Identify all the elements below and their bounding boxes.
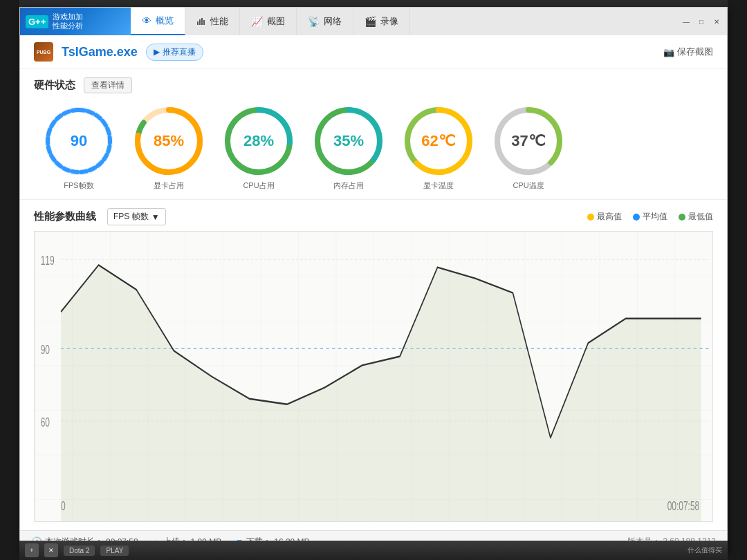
- cpu-value: 28%: [243, 133, 274, 149]
- game-title: TslGame.exe: [62, 45, 138, 59]
- game-icon: PUBG: [34, 42, 53, 62]
- taskbar-time: 什么值得买: [688, 545, 722, 555]
- taskbar-right: 什么值得买: [688, 545, 722, 555]
- gpu-temp-value-container: 62℃: [421, 133, 455, 149]
- svg-text:0: 0: [61, 498, 66, 512]
- live-icon: ▶: [154, 47, 160, 57]
- svg-text:119: 119: [41, 254, 55, 268]
- network-icon: 📡: [308, 16, 320, 27]
- performance-icon: [196, 16, 206, 28]
- mem-circle: 35%: [311, 103, 387, 179]
- svg-text:60: 60: [41, 416, 50, 429]
- logo-gpp-badge: G++: [26, 15, 48, 28]
- hardware-section: 硬件状态 查看详情 90: [20, 69, 727, 200]
- legend-min-dot: [679, 214, 685, 221]
- taskbar-close-icon[interactable]: ✕: [44, 543, 58, 557]
- svg-rect-1: [199, 19, 201, 25]
- legend-avg-dot: [633, 214, 640, 221]
- cpu-gauge: 28% CPU占用: [221, 103, 297, 191]
- legend-min: 最低值: [679, 211, 713, 223]
- tab-record[interactable]: 🎬 录像: [353, 8, 410, 35]
- svg-rect-0: [197, 21, 199, 25]
- cpu-label: CPU占用: [243, 180, 274, 191]
- taskbar: + ✕ Dota 2 PLAY 什么值得买: [19, 541, 728, 560]
- camera-icon: 📷: [663, 47, 674, 57]
- app-window: G++ 游戏加加 性能分析 👁 概览 性能: [19, 7, 728, 553]
- screenshot-icon: 📈: [251, 16, 263, 27]
- legend-avg: 平均值: [633, 211, 667, 223]
- app-logo: G++ 游戏加加 性能分析: [20, 8, 131, 35]
- tab-performance[interactable]: 性能: [185, 8, 240, 35]
- live-stream-button[interactable]: ▶ 推荐直播: [146, 44, 203, 61]
- mem-gauge: 35% 内存占用: [311, 103, 387, 191]
- cpu-temp-gauge: 37℃ CPU温度: [490, 103, 566, 191]
- legend-max-dot: [587, 214, 594, 221]
- gpu-circle: 85%: [131, 103, 207, 179]
- gpu-temp-value: 62℃: [421, 133, 455, 149]
- legend-max: 最高值: [587, 211, 622, 223]
- gpu-label: 显卡占用: [154, 180, 184, 191]
- svg-rect-2: [201, 18, 203, 25]
- taskbar-dota2[interactable]: Dota 2: [64, 545, 95, 556]
- chart-section: 性能参数曲线 FPS 帧数 ▼ 最高值 平均值: [20, 200, 727, 530]
- taskbar-add-icon[interactable]: +: [25, 543, 39, 557]
- cpu-circle: 28%: [221, 103, 297, 179]
- nav-tabs: 👁 概览 性能 📈 截图 📡: [131, 8, 676, 35]
- gpu-temp-circle: 62℃: [400, 103, 477, 179]
- gauges-row: 90 FPS帧数 85%: [34, 103, 713, 191]
- gpu-gauge: 85% 显卡占用: [131, 103, 207, 191]
- logo-text: 游戏加加 性能分析: [53, 12, 83, 30]
- hardware-title: 硬件状态: [34, 79, 75, 92]
- gpu-temp-gauge: 62℃ 显卡温度: [400, 103, 477, 191]
- chart-legend: 最高值 平均值 最低值: [587, 211, 713, 223]
- gpu-temp-label: 显卡温度: [423, 180, 454, 191]
- chart-area: 119 90 60 0 00:07:58: [34, 231, 713, 522]
- tab-overview[interactable]: 👁 概览: [131, 8, 185, 35]
- svg-text:00:07:58: 00:07:58: [667, 498, 700, 512]
- save-screenshot-button[interactable]: 📷 保存截图: [663, 46, 713, 58]
- cpu-temp-value: 37℃: [511, 133, 545, 149]
- svg-text:90: 90: [41, 343, 50, 357]
- fps-value-container: 90: [71, 133, 87, 149]
- sub-header: PUBG TslGame.exe ▶ 推荐直播 📷 保存截图: [20, 35, 727, 69]
- maximize-button[interactable]: □: [697, 17, 706, 26]
- mem-label: 内存占用: [333, 180, 364, 191]
- detail-button[interactable]: 查看详情: [84, 77, 132, 93]
- taskbar-play[interactable]: PLAY: [100, 545, 129, 556]
- fps-selector[interactable]: FPS 帧数 ▼: [107, 208, 166, 225]
- mem-value-container: 35%: [333, 133, 364, 149]
- fps-gauge: 90 FPS帧数: [41, 103, 117, 191]
- fps-label: FPS帧数: [64, 180, 93, 191]
- chart-header: 性能参数曲线 FPS 帧数 ▼ 最高值 平均值: [34, 208, 713, 225]
- gpu-value-container: 85%: [154, 133, 184, 149]
- chart-title: 性能参数曲线: [34, 210, 96, 223]
- window-controls: — □ ✕: [676, 8, 727, 35]
- mem-value: 35%: [333, 133, 364, 149]
- tab-screenshot[interactable]: 📈 截图: [240, 8, 297, 35]
- cpu-temp-label: CPU温度: [513, 180, 544, 191]
- title-bar: G++ 游戏加加 性能分析 👁 概览 性能: [20, 8, 727, 35]
- cpu-temp-circle: 37℃: [490, 103, 566, 179]
- chevron-down-icon: ▼: [151, 212, 160, 222]
- cpu-temp-value-container: 37℃: [511, 133, 545, 149]
- svg-rect-3: [203, 20, 205, 25]
- fps-value: 90: [71, 133, 87, 149]
- content-area: PUBG TslGame.exe ▶ 推荐直播 📷 保存截图 硬件状态 查看详情: [20, 35, 727, 530]
- record-icon: 🎬: [365, 16, 376, 27]
- chart-svg: 119 90 60 0 00:07:58: [35, 232, 712, 521]
- gpu-value: 85%: [154, 133, 184, 149]
- close-button[interactable]: ✕: [712, 17, 721, 26]
- fps-circle: 90: [41, 103, 117, 179]
- minimize-button[interactable]: —: [681, 17, 691, 26]
- cpu-value-container: 28%: [243, 133, 274, 149]
- overview-icon: 👁: [142, 15, 151, 26]
- tab-network[interactable]: 📡 网络: [297, 8, 353, 35]
- hardware-header: 硬件状态 查看详情: [34, 77, 713, 93]
